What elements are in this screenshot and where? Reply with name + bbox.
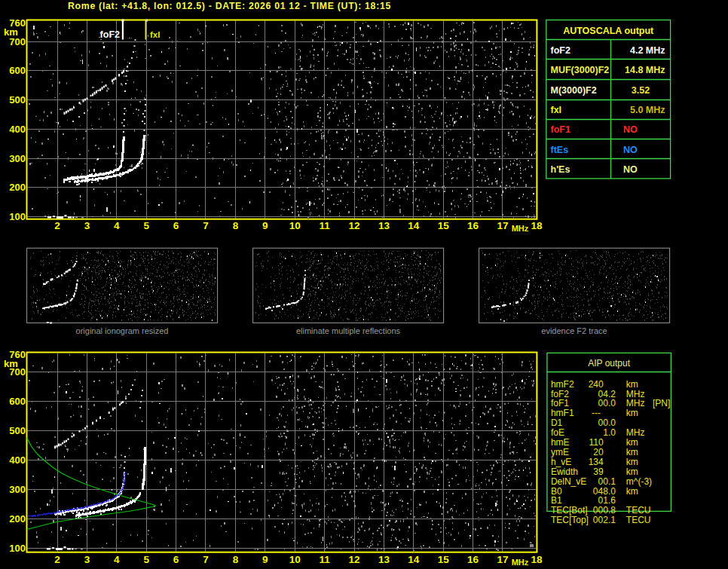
svg-text:hmF1: hmF1 [551,408,574,418]
svg-text:12: 12 [348,220,359,231]
svg-text:10: 10 [289,554,301,565]
svg-text:04.2: 04.2 [598,389,616,399]
svg-text:700: 700 [9,36,26,47]
svg-text:B1: B1 [551,495,562,506]
svg-text:000.8: 000.8 [593,505,616,515]
svg-text:km: km [626,437,638,448]
svg-text:200: 200 [9,513,26,525]
svg-text:m^(-3): m^(-3) [626,476,652,487]
svg-text:12: 12 [348,554,359,565]
svg-text:11: 11 [319,220,330,231]
svg-text:MHz: MHz [512,558,529,567]
svg-text:foE: foE [551,427,564,438]
svg-text:700: 700 [9,366,26,378]
svg-text:ymE: ymE [551,447,569,457]
svg-text:hmF2: hmF2 [551,379,574,390]
svg-text:100: 100 [9,543,26,554]
svg-text:00.0: 00.0 [598,418,616,428]
svg-text:6: 6 [173,220,179,231]
svg-text:4.2 MHz: 4.2 MHz [630,45,665,56]
svg-text:5.0 MHz: 5.0 MHz [630,105,665,115]
svg-text:MHz: MHz [626,427,645,438]
svg-text:h_vE: h_vE [551,457,571,467]
svg-text:110: 110 [589,437,604,448]
svg-text:048.0: 048.0 [593,486,616,497]
svg-text:10: 10 [289,220,301,231]
svg-text:evidence F2 trace: evidence F2 trace [541,326,607,335]
svg-text:7: 7 [203,554,209,565]
svg-text:foF1: foF1 [551,398,569,408]
svg-text:240: 240 [589,379,604,390]
svg-text:MHz: MHz [626,389,645,399]
svg-text:500: 500 [9,94,26,106]
svg-text:5: 5 [143,554,149,565]
svg-text:00.1: 00.1 [598,476,616,487]
svg-text:5: 5 [143,220,149,231]
svg-text:---: --- [592,408,601,418]
svg-text:1.0: 1.0 [603,427,616,438]
svg-text:km: km [626,379,638,390]
svg-text:18: 18 [531,554,543,565]
svg-text:TECU: TECU [626,515,651,525]
svg-text:ftEs: ftEs [551,145,569,155]
svg-text:600: 600 [9,65,26,76]
svg-text:17: 17 [497,554,508,565]
svg-text:14: 14 [408,554,420,565]
svg-text:km: km [626,408,638,418]
svg-text:002.1: 002.1 [593,515,616,525]
svg-text:200: 200 [9,182,26,193]
svg-text:3: 3 [84,220,90,231]
svg-text:100: 100 [9,211,26,222]
svg-text:16: 16 [467,554,479,565]
svg-text:MHz: MHz [512,224,529,233]
svg-text:MHz: MHz [626,398,645,408]
svg-text:400: 400 [9,454,26,466]
svg-text:foF2: foF2 [551,45,570,56]
svg-text:7: 7 [203,220,209,231]
svg-text:km: km [626,486,638,497]
svg-text:600: 600 [9,396,26,407]
svg-text:6: 6 [173,554,179,565]
svg-text:2: 2 [54,220,60,231]
svg-text:01.6: 01.6 [598,495,616,506]
svg-text:400: 400 [9,124,26,135]
svg-text:DelN_vE: DelN_vE [551,476,586,487]
svg-text:300: 300 [9,484,26,495]
svg-text:20: 20 [593,447,604,457]
svg-text:AIP output: AIP output [588,358,630,369]
svg-text:TEC[Bot]: TEC[Bot] [551,505,588,515]
svg-text:00.0: 00.0 [598,398,616,408]
svg-text:original ionogram resized: original ionogram resized [76,326,169,335]
svg-text:15: 15 [438,554,450,565]
svg-text:fxI: fxI [150,30,160,39]
svg-text:39: 39 [593,467,604,477]
svg-text:2: 2 [54,554,60,565]
svg-text:D1: D1 [551,418,563,428]
svg-text:foF2: foF2 [551,389,569,399]
svg-text:9: 9 [262,554,268,565]
svg-text:foF1: foF1 [551,124,570,135]
svg-text:14.8 MHz: 14.8 MHz [625,65,665,75]
svg-text:TEC[Top]: TEC[Top] [551,515,589,525]
svg-text:13: 13 [378,220,390,231]
svg-text:17: 17 [497,220,508,231]
svg-text:TECU: TECU [626,505,651,515]
svg-text:B0: B0 [551,486,562,497]
svg-text:Rome (lat: +41.8, lon: 012.5): Rome (lat: +41.8, lon: 012.5) - DATE: 20… [68,1,391,11]
svg-text:NO: NO [623,164,638,175]
svg-text:3: 3 [84,554,90,565]
svg-text:4: 4 [114,220,120,231]
svg-text:9: 9 [262,220,268,231]
svg-text:NO: NO [623,145,638,155]
svg-text:hmE: hmE [551,437,570,448]
svg-text:8: 8 [233,220,239,231]
svg-text:Ewidth: Ewidth [551,467,578,477]
svg-text:km: km [626,467,638,477]
svg-text:[PN]: [PN] [653,398,670,408]
svg-text:h'Es: h'Es [551,164,570,175]
svg-text:fxI: fxI [551,105,562,115]
svg-text:NO: NO [623,124,638,135]
svg-text:13: 13 [378,554,390,565]
svg-text:foF2: foF2 [100,29,120,40]
svg-text:MUF(3000)F2: MUF(3000)F2 [551,65,610,75]
